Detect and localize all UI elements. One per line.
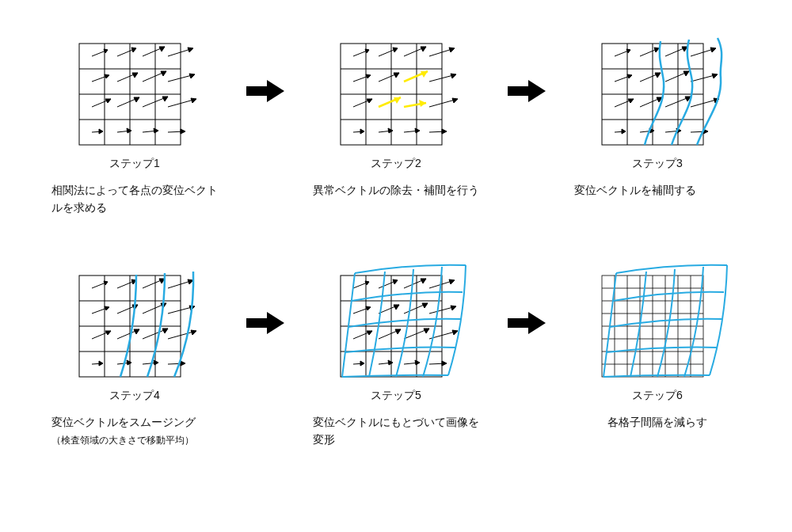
svg-marker-151: [99, 361, 103, 366]
svg-marker-30: [191, 98, 196, 103]
svg-marker-72: [442, 129, 447, 134]
svg-marker-143: [105, 331, 111, 335]
svg-marker-181: [451, 306, 456, 310]
svg-marker-189: [452, 330, 458, 335]
svg-marker-98: [655, 73, 661, 78]
svg-marker-39: [246, 80, 284, 102]
step-5-desc: 変位ベクトルにもとづいて画像を変形: [313, 414, 479, 448]
step-3-label: ステップ3: [632, 157, 683, 171]
svg-marker-185: [395, 329, 401, 334]
svg-marker-22: [189, 74, 195, 78]
step-2-desc: 異常ベクトルの除去・補間を行う: [313, 182, 479, 200]
step-2: ステップ2 異常ベクトルの除去・補間を行う: [309, 32, 483, 200]
svg-marker-187: [424, 329, 429, 333]
flow-arrow-icon: [242, 264, 289, 382]
svg-marker-145: [134, 329, 139, 334]
step-4-desc-sub: （検査領域の大きさで移動平均）: [51, 435, 194, 446]
svg-marker-24: [105, 99, 111, 103]
svg-marker-195: [415, 360, 420, 365]
svg-marker-149: [191, 330, 196, 335]
row-1: ステップ1 相関法によって各点の変位ベクトルを求める: [48, 32, 744, 216]
svg-marker-62: [367, 99, 372, 103]
svg-marker-14: [188, 48, 193, 52]
step-4: ステップ4 変位ベクトルをスムージング （検査領域の大きさで移動平均）: [48, 264, 222, 448]
svg-marker-175: [366, 306, 371, 310]
svg-marker-32: [99, 129, 103, 134]
flow-arrow-icon: [242, 32, 289, 150]
step-4-desc-main: 変位ベクトルをスムージング: [51, 416, 196, 428]
svg-marker-10: [131, 48, 136, 52]
svg-marker-16: [105, 74, 109, 78]
panel-step-5: [325, 264, 467, 382]
svg-marker-36: [154, 128, 158, 133]
flow-arrow-icon: [503, 32, 550, 150]
step-5: ステップ5 変位ベクトルにもとづいて画像を変形: [309, 264, 483, 448]
svg-marker-104: [628, 99, 634, 103]
step-1: ステップ1 相関法によって各点の変位ベクトルを求める: [48, 32, 222, 216]
svg-marker-197: [442, 361, 447, 366]
svg-marker-198: [508, 312, 546, 334]
step-5-label: ステップ5: [371, 389, 421, 403]
step-3: ステップ3 変位ベクトルを補間する: [570, 32, 744, 200]
svg-marker-169: [393, 279, 398, 284]
svg-marker-153: [127, 360, 131, 365]
svg-marker-50: [393, 48, 398, 52]
step-6-label: ステップ6: [632, 389, 683, 403]
step-1-desc: 相関法によって各点の変位ベクトルを求める: [51, 182, 218, 216]
svg-marker-94: [710, 48, 716, 52]
svg-marker-147: [162, 329, 168, 333]
svg-marker-177: [394, 305, 399, 310]
svg-marker-60: [451, 74, 456, 78]
svg-marker-173: [449, 279, 455, 284]
svg-marker-70: [415, 128, 420, 133]
svg-marker-18: [132, 73, 138, 78]
svg-marker-26: [134, 97, 139, 102]
svg-marker-179: [422, 303, 428, 308]
svg-marker-66: [360, 129, 364, 134]
svg-marker-183: [367, 331, 372, 335]
step-3-desc: 変位ベクトルを補間する: [574, 182, 741, 200]
svg-marker-193: [388, 360, 393, 365]
svg-marker-191: [360, 361, 364, 366]
svg-marker-79: [508, 80, 546, 102]
panel-step-2: [325, 32, 467, 150]
panel-step-6: [586, 264, 729, 382]
svg-marker-64: [452, 98, 458, 103]
svg-marker-38: [181, 129, 185, 134]
panel-step-4: [63, 264, 206, 382]
step-1-label: ステップ1: [109, 157, 160, 171]
svg-marker-68: [388, 128, 393, 133]
svg-marker-52: [421, 47, 426, 51]
svg-marker-58: [394, 73, 399, 78]
svg-marker-12: [159, 47, 165, 51]
svg-marker-28: [162, 97, 168, 101]
panel-step-1: [63, 32, 206, 150]
svg-marker-158: [246, 312, 284, 334]
step-4-label: ステップ4: [109, 389, 160, 403]
svg-marker-135: [105, 306, 109, 310]
svg-marker-90: [654, 48, 659, 52]
svg-marker-155: [154, 360, 158, 365]
svg-marker-171: [421, 279, 426, 283]
step-6-desc: 各格子間隔を減らす: [574, 414, 741, 431]
step-2-label: ステップ2: [371, 157, 421, 171]
step-4-desc: 変位ベクトルをスムージング （検査領域の大きさで移動平均）: [51, 414, 218, 448]
svg-marker-34: [127, 128, 131, 133]
svg-marker-96: [627, 74, 632, 78]
svg-marker-112: [622, 129, 626, 134]
svg-marker-54: [449, 48, 455, 52]
row-2: ステップ4 変位ベクトルをスムージング （検査領域の大きさで移動平均）: [48, 264, 744, 448]
svg-marker-157: [181, 361, 185, 366]
svg-marker-102: [712, 74, 718, 78]
svg-marker-100: [683, 71, 689, 76]
svg-marker-20: [161, 71, 166, 76]
flow-arrow-icon: [503, 264, 550, 382]
svg-marker-78: [419, 100, 426, 107]
panel-step-3: [586, 32, 729, 150]
svg-marker-56: [366, 74, 371, 78]
step-6: ステップ6 各格子間隔を減らす: [570, 264, 744, 431]
